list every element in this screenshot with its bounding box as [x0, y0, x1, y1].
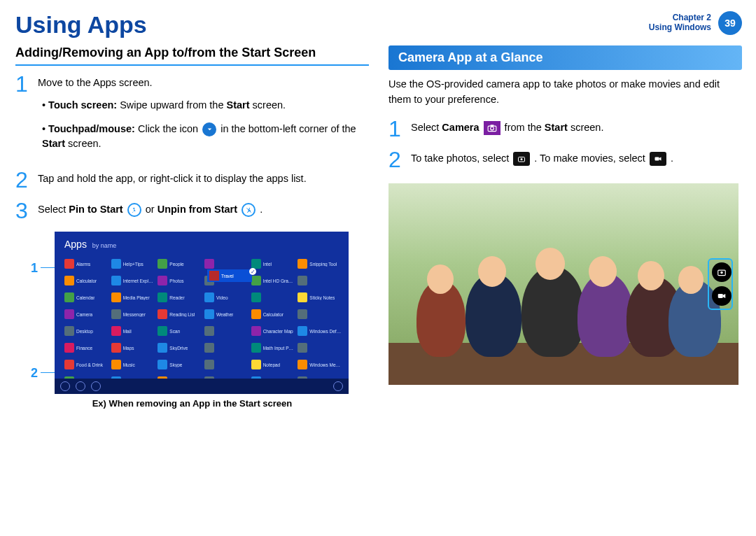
step1-bullet-touch: • Touch screen: Swipe upward from the St… — [42, 98, 369, 113]
app-tile: Notepad — [251, 358, 295, 372]
down-arrow-icon — [202, 122, 216, 136]
apps-caption: Ex) When removing an App in the Start sc… — [15, 398, 369, 409]
svg-rect-2 — [490, 125, 493, 126]
camera-banner: Camera App at a Glance — [388, 45, 742, 70]
app-tile: Media Player — [111, 290, 155, 304]
app-tile: Calculator — [64, 274, 108, 288]
app-tile: Intel — [251, 257, 295, 271]
step-number-1: 1 — [15, 73, 31, 160]
app-tile: Desktop — [64, 324, 108, 338]
app-tile: Food & Drink — [64, 358, 108, 372]
step-number-2: 2 — [15, 169, 31, 191]
camera-photo — [388, 183, 742, 385]
page-title: Using Apps — [15, 11, 147, 38]
selected-tile: Travel — [207, 269, 252, 282]
apps-bottom-bar — [55, 379, 349, 394]
app-tile: Windows Defender — [298, 324, 342, 338]
app-tile: Intel HD Graphics — [251, 274, 295, 288]
r-step-number-2: 2 — [388, 148, 404, 171]
app-tile: Calculator — [251, 307, 295, 321]
app-tile — [298, 341, 342, 355]
callout-2-label: 2 — [31, 366, 38, 381]
app-tile: Maps — [111, 341, 155, 355]
app-tile: Windows Media — [298, 358, 342, 372]
callout-1-label: 1 — [31, 261, 38, 276]
svg-point-4 — [521, 158, 523, 160]
photo-mode-button[interactable] — [712, 262, 732, 282]
left-heading: Adding/Removing an App to/from the Start… — [15, 45, 369, 66]
apps-screen-title: Apps by name — [64, 239, 116, 250]
r-step-number-1: 1 — [388, 118, 404, 140]
app-tile — [298, 307, 342, 321]
app-tile: Mail — [111, 324, 155, 338]
section-label: Using Windows — [649, 23, 711, 33]
app-tile: Snipping Tool — [298, 257, 342, 271]
app-tile: Reading List — [158, 307, 202, 321]
app-tile: Internet Explorer — [111, 274, 155, 288]
svg-rect-5 — [654, 157, 659, 160]
apps-screenshot: 1 2 Apps by name AlarmsHelp+TipsPeopleIn… — [15, 232, 369, 409]
app-tile — [204, 257, 248, 271]
page-number-badge: 39 — [718, 11, 742, 35]
photo-icon — [513, 152, 530, 166]
bar-icon — [76, 381, 85, 391]
app-tile: Reader — [158, 290, 202, 304]
app-tile: Character Map — [251, 324, 295, 338]
app-tile: SkyDrive — [158, 341, 202, 355]
camera-intro: Use the OS-provided camera app to take p… — [388, 77, 742, 108]
camera-controls — [708, 258, 733, 310]
app-tile: Help+Tips — [111, 257, 155, 271]
app-tile: People — [158, 257, 202, 271]
app-tile — [204, 358, 248, 372]
pin-icon — [127, 203, 141, 217]
app-tile: Weather — [204, 307, 248, 321]
app-tile: Photos — [158, 274, 202, 288]
step1-bullet-mouse: • Touchpad/mouse: Click the icon in the … — [42, 122, 369, 153]
step-number-3: 3 — [15, 199, 31, 222]
step1-text: Move to the Apps screen. — [38, 77, 153, 88]
app-tile: Camera — [64, 307, 108, 321]
check-icon: ✓ — [249, 268, 256, 275]
app-tile — [298, 274, 342, 288]
r-step2-text: To take photos, select . To make movies,… — [411, 148, 673, 171]
app-tile: Messenger — [111, 307, 155, 321]
video-mode-button[interactable] — [712, 286, 732, 306]
app-tile — [251, 290, 295, 304]
app-tile — [204, 324, 248, 338]
app-tile: Skype — [158, 358, 202, 372]
unpin-icon — [241, 203, 255, 217]
app-tile: Finance — [64, 341, 108, 355]
svg-point-7 — [720, 271, 723, 274]
header-meta: Chapter 2 Using Windows 39 — [649, 11, 742, 35]
svg-point-1 — [490, 127, 493, 130]
app-tile: Sticky Notes — [298, 290, 342, 304]
step3-text: Select Pin to Start or Unpin from Start … — [38, 199, 262, 222]
app-tile: Video — [204, 290, 248, 304]
bar-icon — [333, 381, 343, 391]
bar-icon — [60, 381, 70, 391]
app-tile: Scan — [158, 324, 202, 338]
video-icon — [650, 152, 666, 166]
bar-icon — [91, 381, 101, 391]
app-tile — [204, 341, 248, 355]
svg-rect-8 — [718, 294, 723, 298]
app-tile: Alarms — [64, 257, 108, 271]
step2-text: Tap and hold the app, or right-click it … — [38, 169, 307, 191]
camera-tile-icon — [484, 121, 500, 135]
r-step1-text: Select Camera from the Start screen. — [411, 118, 603, 140]
app-tile: Calendar — [64, 290, 108, 304]
app-tile: Math Input Panel — [251, 341, 295, 355]
app-tile: Music — [111, 358, 155, 372]
chapter-label: Chapter 2 — [649, 13, 711, 23]
